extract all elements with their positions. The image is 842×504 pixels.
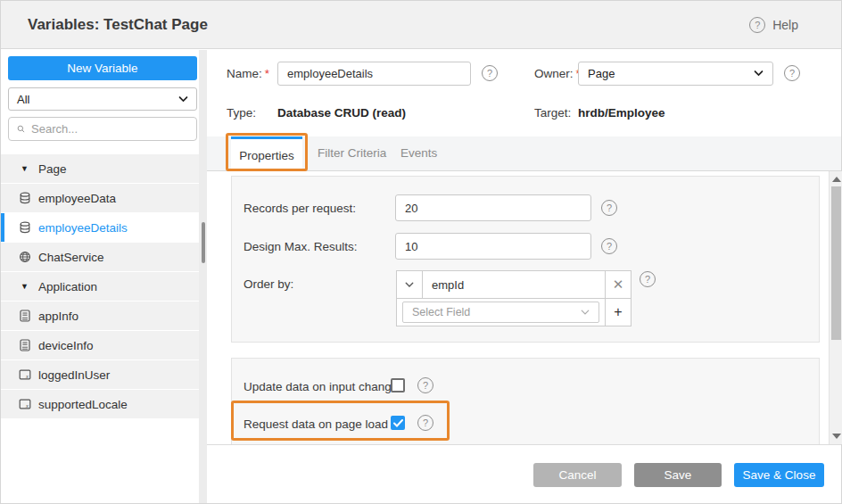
tab-properties[interactable]: Properties xyxy=(231,136,302,171)
order-by-row: ✕ xyxy=(397,271,631,299)
page-title: Variables: TestChat Page xyxy=(28,1,208,49)
database-icon xyxy=(18,221,31,234)
help-label: Help xyxy=(772,18,798,32)
remove-order-by-button[interactable]: ✕ xyxy=(605,271,631,298)
content-scrollbar-thumb[interactable] xyxy=(831,186,841,340)
records-per-request-field[interactable] xyxy=(395,194,591,221)
tree-label: ChatService xyxy=(38,251,104,264)
request-data-on-page-load-label: Request data on page load xyxy=(244,417,388,431)
device-icon xyxy=(18,310,31,322)
help-button[interactable]: ? Help xyxy=(749,1,798,49)
owner-value: Page xyxy=(588,67,615,80)
content-scrollbar[interactable] xyxy=(829,171,842,444)
target-label: Target: xyxy=(534,106,571,120)
owner-select[interactable]: Page xyxy=(578,62,773,86)
sidebar-item-supportedlocale[interactable]: x supportedLocale xyxy=(1,390,199,418)
collapse-caret-icon[interactable]: ▼ xyxy=(18,282,31,291)
svg-text:x: x xyxy=(25,373,29,379)
check-icon xyxy=(393,419,403,427)
variables-sidebar: New Variable All ▼ Page employeeData emp… xyxy=(1,50,199,503)
target-value: hrdb/Employee xyxy=(578,106,665,120)
variable-filter-select[interactable]: All xyxy=(8,87,197,111)
variable-icon: x xyxy=(18,398,31,410)
tree-label: appInfo xyxy=(38,310,78,323)
sidebar-item-employeedata[interactable]: employeeData xyxy=(1,184,199,212)
search-input[interactable] xyxy=(31,122,188,136)
sort-direction-toggle[interactable] xyxy=(397,271,423,298)
update-data-on-input-change-checkbox[interactable] xyxy=(391,378,405,392)
tree-label: supportedLocale xyxy=(38,398,128,411)
update-data-help-icon[interactable]: ? xyxy=(417,377,433,393)
name-help-icon[interactable]: ? xyxy=(482,65,498,81)
request-data-on-page-load-checkbox[interactable] xyxy=(391,416,405,430)
type-label: Type: xyxy=(227,106,256,120)
tab-events[interactable]: Events xyxy=(400,136,437,171)
tree-label: employeeDetails xyxy=(38,221,128,235)
variable-icon: x xyxy=(18,368,31,381)
save-button[interactable]: Save xyxy=(634,463,722,487)
variables-dialog: Variables: TestChat Page ? Help New Vari… xyxy=(0,0,842,504)
cancel-button[interactable]: Cancel xyxy=(533,463,622,487)
search-icon xyxy=(17,123,25,135)
device-icon xyxy=(18,339,31,351)
select-field-dropdown[interactable]: Select Field xyxy=(402,302,599,323)
new-variable-button[interactable]: New Variable xyxy=(8,56,197,80)
sidebar-item-loggedinuser[interactable]: x loggedInUser xyxy=(1,360,199,389)
tree-label: Page xyxy=(38,162,67,176)
tab-filter-criteria[interactable]: Filter Criteria xyxy=(318,136,386,171)
add-order-by-row: Select Field + xyxy=(397,299,631,326)
sidebar-item-application[interactable]: ▼ Application xyxy=(1,272,199,301)
order-by-label: Order by: xyxy=(244,277,293,291)
chevron-down-icon xyxy=(405,282,414,288)
sidebar-scrollbar[interactable] xyxy=(199,50,207,503)
owner-label: Owner:* xyxy=(534,67,581,80)
chevron-down-icon xyxy=(178,96,188,103)
globe-icon xyxy=(18,251,31,263)
name-label: Name:* xyxy=(227,67,269,80)
order-by-control: ✕ Select Field + xyxy=(396,270,632,326)
scroll-up-arrow-icon[interactable] xyxy=(832,177,841,182)
chevron-down-icon xyxy=(754,70,764,77)
variables-tree: ▼ Page employeeData employeeDetails Chat… xyxy=(1,154,199,419)
request-data-help-icon[interactable]: ? xyxy=(417,415,433,431)
svg-text:x: x xyxy=(25,402,29,409)
owner-help-icon[interactable]: ? xyxy=(784,65,800,81)
save-and-close-button[interactable]: Save & Close xyxy=(734,463,824,487)
max-results-help-icon[interactable]: ? xyxy=(601,238,617,254)
data-load-options-card xyxy=(231,358,820,444)
chevron-down-icon xyxy=(581,310,590,316)
records-per-request-label: Records per request: xyxy=(244,202,356,215)
tree-label: deviceInfo xyxy=(38,339,94,352)
variable-search xyxy=(8,117,197,141)
order-by-field[interactable] xyxy=(423,271,605,298)
scroll-down-arrow-icon[interactable] xyxy=(832,434,841,439)
variable-filter-value: All xyxy=(17,93,29,106)
sidebar-item-employeedetails[interactable]: employeeDetails xyxy=(1,213,199,242)
dialog-header: Variables: TestChat Page ? Help xyxy=(1,1,841,49)
select-field-wrap: Select Field xyxy=(397,299,605,326)
design-max-results-label: Design Max. Results: xyxy=(244,240,358,253)
sidebar-scrollbar-thumb[interactable] xyxy=(202,222,205,263)
select-field-placeholder: Select Field xyxy=(412,306,470,318)
type-value: Database CRUD (read) xyxy=(277,106,406,120)
collapse-caret-icon[interactable]: ▼ xyxy=(18,164,31,173)
tree-label: loggedInUser xyxy=(38,368,110,382)
sidebar-item-chatservice[interactable]: ChatService xyxy=(1,243,199,271)
add-order-by-button[interactable]: + xyxy=(605,299,631,326)
order-by-help-icon[interactable]: ? xyxy=(640,271,656,287)
sidebar-item-page[interactable]: ▼ Page xyxy=(1,154,199,183)
dialog-footer: Cancel Save Save & Close xyxy=(207,445,841,503)
help-icon: ? xyxy=(749,17,765,33)
sidebar-item-deviceinfo[interactable]: deviceInfo xyxy=(1,331,199,359)
update-data-on-input-change-label: Update data on input change xyxy=(244,380,398,393)
sidebar-item-appinfo[interactable]: appInfo xyxy=(1,302,199,330)
design-max-results-field[interactable] xyxy=(395,233,591,260)
database-icon xyxy=(18,192,31,204)
tree-label: employeeData xyxy=(38,192,116,205)
required-marker: * xyxy=(265,67,269,80)
tree-label: Application xyxy=(38,280,97,293)
name-field[interactable] xyxy=(277,62,471,86)
records-help-icon[interactable]: ? xyxy=(601,200,617,216)
